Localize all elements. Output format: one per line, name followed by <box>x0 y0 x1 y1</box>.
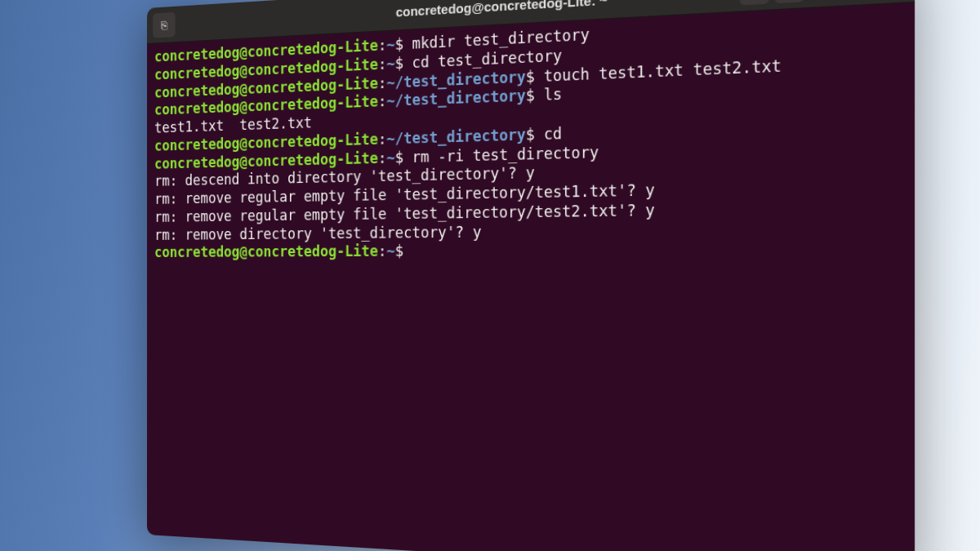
prompt-ps: $ <box>395 242 403 260</box>
prompt-sep: : <box>378 149 386 166</box>
prompt-sep: : <box>378 36 386 54</box>
prompt-ps: $ <box>395 54 403 72</box>
prompt-sep: : <box>378 130 386 147</box>
output-text: rm: remove directory 'test_directory'? y <box>154 223 481 243</box>
prompt-ps: $ <box>395 35 403 53</box>
prompt-path: ~/test_directory <box>386 126 525 148</box>
prompt-ps: $ <box>395 149 403 166</box>
command-text: ls <box>535 86 562 104</box>
prompt-path: ~ <box>386 149 394 166</box>
terminal-body[interactable]: concretedog@concretedog-Lite:~$ mkdir te… <box>147 2 915 551</box>
prompt-path: ~ <box>386 242 394 260</box>
prompt-ps: $ <box>526 67 535 85</box>
new-tab-button[interactable]: ⎘ <box>153 11 175 38</box>
prompt-sep: : <box>378 55 386 73</box>
prompt-user: concretedog@concretedog-Lite <box>154 242 378 260</box>
prompt-ps: $ <box>526 125 535 143</box>
search-button[interactable]: 🔍 <box>740 0 768 5</box>
prompt-sep: : <box>378 242 386 260</box>
prompt-sep: : <box>378 92 386 110</box>
prompt-ps: $ <box>526 87 535 104</box>
new-tab-icon: ⎘ <box>161 18 167 31</box>
terminal-window: ⎘ concretedog@concretedog-Lite: ~ 🔍 ≡ − … <box>147 0 915 551</box>
prompt-path: ~ <box>386 55 394 73</box>
minimize-button[interactable]: − <box>810 0 840 1</box>
menu-button[interactable]: ≡ <box>775 0 804 3</box>
prompt-sep: : <box>378 73 386 91</box>
window-title: concretedog@concretedog-Lite: ~ <box>396 0 608 19</box>
prompt-path: ~ <box>386 36 394 54</box>
command-text: cd <box>535 124 562 143</box>
